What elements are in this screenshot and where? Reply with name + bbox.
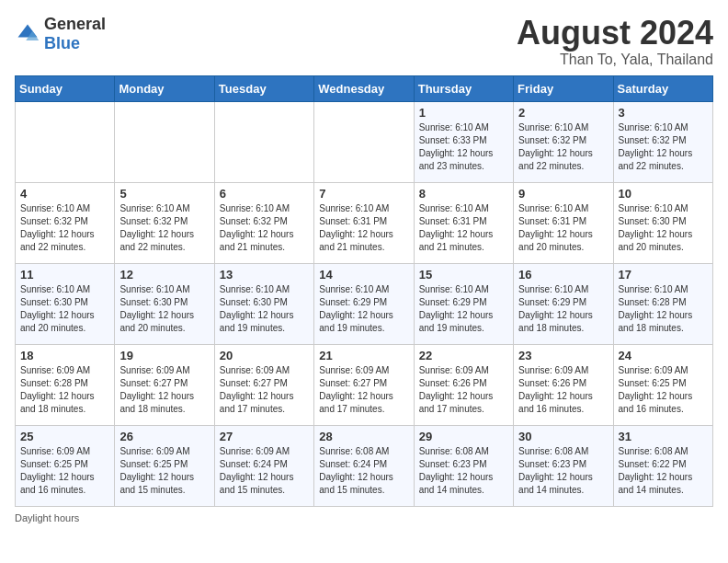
day-info-text: Sunrise: 6:09 AM Sunset: 6:27 PM Dayligh… — [220, 364, 309, 416]
day-number: 9 — [518, 187, 608, 201]
calendar-cell: 26Sunrise: 6:09 AM Sunset: 6:25 PM Dayli… — [115, 425, 214, 506]
calendar-cell: 6Sunrise: 6:10 AM Sunset: 6:32 PM Daylig… — [214, 182, 313, 263]
day-info-text: Sunrise: 6:10 AM Sunset: 6:29 PM Dayligh… — [518, 283, 608, 335]
day-info-text: Sunrise: 6:08 AM Sunset: 6:23 PM Dayligh… — [518, 445, 608, 497]
day-info-text: Sunrise: 6:10 AM Sunset: 6:29 PM Dayligh… — [419, 283, 508, 335]
calendar-cell: 16Sunrise: 6:10 AM Sunset: 6:29 PM Dayli… — [514, 263, 613, 344]
day-number: 2 — [518, 106, 608, 120]
day-number: 27 — [220, 430, 309, 443]
day-number: 13 — [220, 268, 309, 282]
calendar-cell: 23Sunrise: 6:09 AM Sunset: 6:26 PM Dayli… — [514, 344, 613, 425]
calendar-cell — [214, 101, 313, 182]
day-number: 11 — [20, 268, 109, 282]
calendar-cell: 31Sunrise: 6:08 AM Sunset: 6:22 PM Dayli… — [613, 425, 712, 506]
day-number: 7 — [319, 187, 408, 201]
day-number: 19 — [119, 349, 209, 362]
calendar-cell: 14Sunrise: 6:10 AM Sunset: 6:29 PM Dayli… — [314, 263, 414, 344]
day-number: 30 — [518, 430, 608, 443]
day-info-text: Sunrise: 6:08 AM Sunset: 6:22 PM Dayligh… — [619, 445, 708, 497]
day-info-text: Sunrise: 6:10 AM Sunset: 6:31 PM Dayligh… — [319, 202, 408, 254]
calendar-cell: 17Sunrise: 6:10 AM Sunset: 6:28 PM Dayli… — [613, 263, 712, 344]
day-number: 1 — [419, 106, 508, 120]
day-number: 5 — [119, 187, 209, 201]
calendar-week-row: 25Sunrise: 6:09 AM Sunset: 6:25 PM Dayli… — [16, 425, 713, 506]
calendar-body: 1Sunrise: 6:10 AM Sunset: 6:33 PM Daylig… — [16, 101, 713, 506]
calendar-cell — [115, 101, 214, 182]
calendar-cell: 27Sunrise: 6:09 AM Sunset: 6:24 PM Dayli… — [214, 425, 313, 506]
calendar-cell: 7Sunrise: 6:10 AM Sunset: 6:31 PM Daylig… — [314, 182, 414, 263]
calendar-cell: 20Sunrise: 6:09 AM Sunset: 6:27 PM Dayli… — [214, 344, 313, 425]
day-number: 28 — [319, 430, 408, 443]
calendar-table: SundayMondayTuesdayWednesdayThursdayFrid… — [15, 75, 713, 507]
day-number: 29 — [419, 430, 508, 443]
footer-note: Daylight hours — [15, 512, 713, 523]
calendar-week-row: 11Sunrise: 6:10 AM Sunset: 6:30 PM Dayli… — [16, 263, 713, 344]
calendar-cell: 1Sunrise: 6:10 AM Sunset: 6:33 PM Daylig… — [414, 101, 513, 182]
day-info-text: Sunrise: 6:08 AM Sunset: 6:23 PM Dayligh… — [419, 445, 508, 497]
calendar-cell: 9Sunrise: 6:10 AM Sunset: 6:31 PM Daylig… — [514, 182, 613, 263]
calendar-cell: 4Sunrise: 6:10 AM Sunset: 6:32 PM Daylig… — [16, 182, 115, 263]
day-info-text: Sunrise: 6:10 AM Sunset: 6:31 PM Dayligh… — [419, 202, 508, 254]
day-info-text: Sunrise: 6:10 AM Sunset: 6:30 PM Dayligh… — [119, 283, 209, 335]
calendar-cell: 10Sunrise: 6:10 AM Sunset: 6:30 PM Dayli… — [613, 182, 712, 263]
column-header-saturday: Saturday — [613, 75, 712, 101]
location-subtitle: Than To, Yala, Thailand — [517, 52, 713, 68]
calendar-cell: 5Sunrise: 6:10 AM Sunset: 6:32 PM Daylig… — [115, 182, 214, 263]
calendar-cell: 11Sunrise: 6:10 AM Sunset: 6:30 PM Dayli… — [16, 263, 115, 344]
logo-blue: Blue — [44, 34, 80, 52]
day-info-text: Sunrise: 6:10 AM Sunset: 6:33 PM Dayligh… — [419, 121, 508, 173]
calendar-cell: 30Sunrise: 6:08 AM Sunset: 6:23 PM Dayli… — [514, 425, 613, 506]
logo: General Blue — [15, 15, 106, 53]
calendar-cell: 2Sunrise: 6:10 AM Sunset: 6:32 PM Daylig… — [514, 101, 613, 182]
column-header-wednesday: Wednesday — [314, 75, 414, 101]
calendar-cell: 28Sunrise: 6:08 AM Sunset: 6:24 PM Dayli… — [314, 425, 414, 506]
day-number: 12 — [119, 268, 209, 282]
calendar-cell: 18Sunrise: 6:09 AM Sunset: 6:28 PM Dayli… — [16, 344, 115, 425]
logo-icon — [15, 21, 40, 47]
day-number: 6 — [220, 187, 309, 201]
logo-general: General — [44, 15, 106, 33]
day-number: 21 — [319, 349, 408, 362]
column-header-sunday: Sunday — [16, 75, 115, 101]
day-info-text: Sunrise: 6:09 AM Sunset: 6:25 PM Dayligh… — [20, 445, 109, 497]
calendar-cell — [16, 101, 115, 182]
day-number: 20 — [220, 349, 309, 362]
day-number: 23 — [518, 349, 608, 362]
calendar-cell: 22Sunrise: 6:09 AM Sunset: 6:26 PM Dayli… — [414, 344, 513, 425]
day-info-text: Sunrise: 6:10 AM Sunset: 6:30 PM Dayligh… — [20, 283, 109, 335]
day-number: 26 — [119, 430, 209, 443]
column-header-friday: Friday — [514, 75, 613, 101]
day-info-text: Sunrise: 6:08 AM Sunset: 6:24 PM Dayligh… — [319, 445, 408, 497]
day-number: 24 — [619, 349, 708, 362]
calendar-cell: 12Sunrise: 6:10 AM Sunset: 6:30 PM Dayli… — [115, 263, 214, 344]
day-number: 18 — [20, 349, 109, 362]
calendar-week-row: 1Sunrise: 6:10 AM Sunset: 6:33 PM Daylig… — [16, 101, 713, 182]
day-info-text: Sunrise: 6:09 AM Sunset: 6:27 PM Dayligh… — [119, 364, 209, 416]
day-info-text: Sunrise: 6:09 AM Sunset: 6:25 PM Dayligh… — [119, 445, 209, 497]
calendar-week-row: 18Sunrise: 6:09 AM Sunset: 6:28 PM Dayli… — [16, 344, 713, 425]
day-info-text: Sunrise: 6:10 AM Sunset: 6:32 PM Dayligh… — [518, 121, 608, 173]
column-header-thursday: Thursday — [414, 75, 513, 101]
day-info-text: Sunrise: 6:10 AM Sunset: 6:32 PM Dayligh… — [619, 121, 708, 173]
month-year-title: August 2024 — [517, 15, 713, 52]
page-header: General Blue August 2024 Than To, Yala, … — [15, 15, 713, 68]
day-number: 16 — [518, 268, 608, 282]
calendar-week-row: 4Sunrise: 6:10 AM Sunset: 6:32 PM Daylig… — [16, 182, 713, 263]
day-info-text: Sunrise: 6:10 AM Sunset: 6:32 PM Dayligh… — [20, 202, 109, 254]
calendar-cell: 13Sunrise: 6:10 AM Sunset: 6:30 PM Dayli… — [214, 263, 313, 344]
day-number: 10 — [619, 187, 708, 201]
title-block: August 2024 Than To, Yala, Thailand — [517, 15, 713, 68]
day-info-text: Sunrise: 6:10 AM Sunset: 6:30 PM Dayligh… — [220, 283, 309, 335]
day-number: 14 — [319, 268, 408, 282]
calendar-header-row: SundayMondayTuesdayWednesdayThursdayFrid… — [16, 75, 713, 101]
day-info-text: Sunrise: 6:09 AM Sunset: 6:27 PM Dayligh… — [319, 364, 408, 416]
day-info-text: Sunrise: 6:09 AM Sunset: 6:25 PM Dayligh… — [619, 364, 708, 416]
column-header-tuesday: Tuesday — [214, 75, 313, 101]
column-header-monday: Monday — [115, 75, 214, 101]
calendar-cell: 29Sunrise: 6:08 AM Sunset: 6:23 PM Dayli… — [414, 425, 513, 506]
calendar-cell — [314, 101, 414, 182]
day-number: 3 — [619, 106, 708, 120]
calendar-cell: 15Sunrise: 6:10 AM Sunset: 6:29 PM Dayli… — [414, 263, 513, 344]
day-info-text: Sunrise: 6:10 AM Sunset: 6:30 PM Dayligh… — [619, 202, 708, 254]
day-info-text: Sunrise: 6:09 AM Sunset: 6:26 PM Dayligh… — [518, 364, 608, 416]
